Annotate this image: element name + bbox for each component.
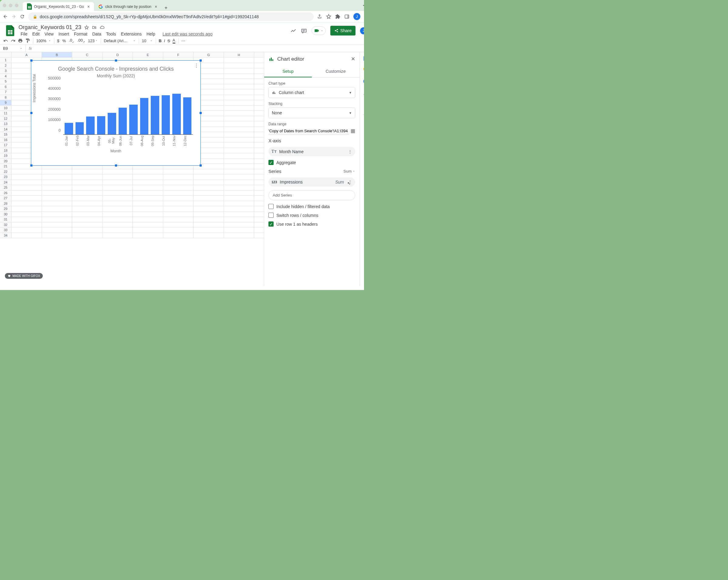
account-avatar[interactable]: J xyxy=(360,27,364,34)
bar[interactable] xyxy=(162,95,170,134)
row-header[interactable]: 24 xyxy=(0,180,11,185)
calendar-icon[interactable]: 31 xyxy=(363,55,364,61)
italic-button[interactable]: I xyxy=(164,38,165,43)
comments-icon[interactable] xyxy=(301,28,307,34)
menu-file[interactable]: File xyxy=(19,31,30,37)
add-series-button[interactable]: Add Series xyxy=(268,190,355,200)
menu-extensions[interactable]: Extensions xyxy=(119,31,144,37)
row-header[interactable]: 18 xyxy=(0,148,11,153)
menu-tools[interactable]: Tools xyxy=(104,31,118,37)
row-header[interactable]: 22 xyxy=(0,169,11,175)
col-header-H[interactable]: H xyxy=(224,52,254,57)
bar[interactable] xyxy=(64,123,73,134)
row-header[interactable]: 11 xyxy=(0,111,11,116)
font-size-select[interactable]: 10 xyxy=(142,38,153,43)
bar[interactable] xyxy=(76,122,84,134)
col-header-D[interactable]: D xyxy=(103,52,133,57)
row-header[interactable]: 21 xyxy=(0,164,11,169)
chart-type-select[interactable]: Column chart ▼ xyxy=(268,87,355,98)
sidepanel-toggle-icon[interactable] xyxy=(344,14,349,19)
back-button[interactable] xyxy=(3,14,8,19)
tab-setup[interactable]: Setup xyxy=(264,66,312,77)
move-icon[interactable] xyxy=(92,25,97,30)
embedded-chart[interactable]: ⋮ Google Search Console - Impressions an… xyxy=(31,60,201,166)
row-header[interactable]: 25 xyxy=(0,185,11,190)
format-percent[interactable]: % xyxy=(62,38,66,43)
data-range-input[interactable] xyxy=(268,128,349,134)
maximize-window[interactable] xyxy=(15,4,19,7)
text-color-button[interactable]: A xyxy=(173,38,175,43)
tab-customize[interactable]: Customize xyxy=(312,66,360,77)
col-header-G[interactable]: G xyxy=(193,52,224,57)
row-header[interactable]: 32 xyxy=(0,222,11,228)
browser-tab-0[interactable]: Organic_Keywords 01_23 - Go × xyxy=(23,2,94,11)
doc-title[interactable]: Organic_Keywords 01_23 xyxy=(19,24,81,31)
bar[interactable] xyxy=(108,113,116,134)
bar[interactable] xyxy=(151,96,159,134)
row-header[interactable]: 26 xyxy=(0,190,11,196)
undo-button[interactable] xyxy=(3,38,8,43)
decrease-decimal[interactable]: .0↙ xyxy=(69,38,74,43)
row-header[interactable]: 13 xyxy=(0,121,11,127)
col-header-B[interactable]: B xyxy=(42,52,72,57)
chart-menu-icon[interactable]: ⋮ xyxy=(194,63,199,68)
xaxis-field-more-icon[interactable]: ⋮ xyxy=(348,149,352,154)
col-header-E[interactable]: E xyxy=(133,52,163,57)
zoom-select[interactable]: 100% xyxy=(36,38,51,43)
xaxis-field-chip[interactable]: Tᴛ Month Name ⋮ xyxy=(268,147,355,156)
include-hidden-checkbox[interactable]: Include hidden / filtered data xyxy=(268,204,355,209)
format-currency[interactable]: $ xyxy=(57,38,59,43)
minimize-window[interactable] xyxy=(9,4,12,7)
strikethrough-button[interactable]: S xyxy=(167,38,170,43)
bold-button[interactable]: B xyxy=(159,38,161,43)
series-field-chip[interactable]: 123 Impressions Sum ⋮ ↖ xyxy=(268,178,355,187)
spreadsheet-grid[interactable]: A B C D E F G H 123456789101112131415161… xyxy=(0,52,264,286)
menu-data[interactable]: Data xyxy=(90,31,103,37)
menu-insert[interactable]: Insert xyxy=(56,31,71,37)
select-range-icon[interactable] xyxy=(350,129,355,133)
row-header[interactable]: 20 xyxy=(0,159,11,164)
stacking-select[interactable]: None ▼ xyxy=(268,107,355,118)
row-header[interactable]: 27 xyxy=(0,196,11,201)
row-header[interactable]: 33 xyxy=(0,228,11,233)
row-header[interactable]: 19 xyxy=(0,153,11,158)
cloud-status-icon[interactable] xyxy=(100,25,105,30)
bar[interactable] xyxy=(129,105,138,134)
formula-bar[interactable]: fx xyxy=(26,46,35,51)
switch-rows-cols-checkbox[interactable]: Switch rows / columns xyxy=(268,213,355,218)
close-tab-icon[interactable]: × xyxy=(87,4,90,9)
browser-tab-1[interactable]: click through rate by position × xyxy=(94,2,161,11)
url-input[interactable]: 🔒 docs.google.com/spreadsheets/d/1S2Q_yb… xyxy=(28,12,314,21)
number-format[interactable]: 123 xyxy=(88,38,98,43)
increase-decimal[interactable]: .00↗ xyxy=(77,38,85,43)
row-header[interactable]: 15 xyxy=(0,132,11,137)
close-window[interactable] xyxy=(3,4,6,7)
row-header[interactable]: 31 xyxy=(0,217,11,222)
name-box[interactable]: B9 xyxy=(0,45,26,52)
row-header[interactable]: 10 xyxy=(0,106,11,111)
star-icon[interactable] xyxy=(84,25,89,30)
share-button[interactable]: Share xyxy=(330,26,356,35)
col-header-C[interactable]: C xyxy=(72,52,103,57)
font-select[interactable]: Default (Ari… xyxy=(104,38,136,43)
keep-icon[interactable] xyxy=(363,67,364,73)
row-header[interactable]: 28 xyxy=(0,201,11,206)
bar[interactable] xyxy=(183,97,192,134)
series-aggregate-select[interactable]: Sum xyxy=(343,169,355,174)
print-button[interactable] xyxy=(18,38,23,43)
add-addon-icon[interactable] xyxy=(363,122,364,128)
row-header[interactable]: 2 xyxy=(0,63,11,68)
close-tab-icon[interactable]: × xyxy=(155,4,157,9)
row-header[interactable]: 5 xyxy=(0,79,11,84)
menu-view[interactable]: View xyxy=(43,31,56,37)
bar[interactable] xyxy=(140,98,149,134)
row-header[interactable]: 4 xyxy=(0,74,11,79)
paint-format-button[interactable] xyxy=(25,38,30,43)
row-header[interactable]: 7 xyxy=(0,89,11,95)
row-header[interactable]: 3 xyxy=(0,68,11,73)
tabs-overflow-icon[interactable] xyxy=(362,3,364,7)
close-panel-icon[interactable]: ✕ xyxy=(351,56,355,62)
row-header[interactable]: 29 xyxy=(0,206,11,211)
bar[interactable] xyxy=(97,116,106,134)
col-header-A[interactable]: A xyxy=(11,52,42,57)
